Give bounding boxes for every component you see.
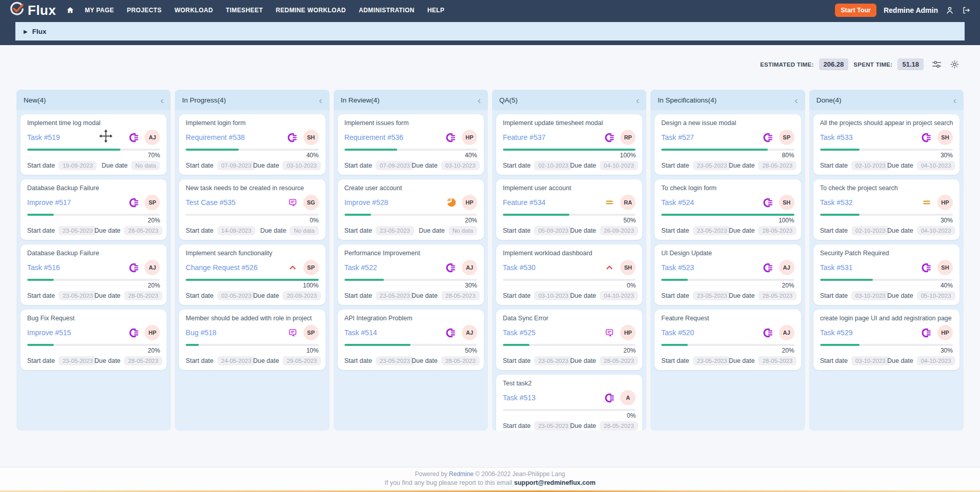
nav-item-my-page[interactable]: MY PAGE — [85, 7, 114, 14]
start-date-value: 02-10-2023 — [534, 161, 573, 170]
collapse-column-icon[interactable]: ‹ — [319, 95, 322, 105]
task-card[interactable]: To check the project searchTask #532HP30… — [813, 179, 959, 240]
start-date-group: Start date23-05-2023 — [661, 226, 728, 235]
collapse-column-icon[interactable]: ‹ — [953, 95, 956, 105]
collapse-column-icon[interactable]: ‹ — [160, 95, 164, 105]
tracker-link[interactable]: Task #533 — [820, 133, 853, 141]
due-date-group: Due date28-05-2023 — [94, 291, 160, 300]
task-card[interactable]: Create user accountImprove #528HP20%Star… — [338, 179, 484, 240]
due-date-value: 04-10-2023 — [600, 291, 638, 300]
due-date-label: Due date — [412, 162, 438, 169]
tracker-link[interactable]: Requirement #538 — [186, 133, 244, 141]
progress-fill — [661, 279, 688, 281]
column-body: Implement update timesheet modalFeature … — [492, 110, 646, 430]
nav-item-administration[interactable]: ADMINISTRATION — [359, 7, 415, 14]
tracker-link[interactable]: Improve #528 — [344, 198, 389, 207]
start-tour-button[interactable]: Start Tour — [835, 4, 876, 17]
task-card[interactable]: create login page UI and add registratio… — [813, 310, 959, 370]
task-card[interactable]: Security Patch RequiredTask #531SH40%Sta… — [813, 244, 959, 305]
tracker-link[interactable]: Task #527 — [661, 133, 694, 141]
tracker-link[interactable]: Change Request #526 — [186, 263, 257, 272]
start-date-value: 23-05-2023 — [58, 356, 97, 365]
progress-bar — [661, 279, 794, 281]
expand-arrow-icon[interactable]: ▶ — [24, 29, 28, 34]
due-date-value: 04-10-2023 — [917, 161, 955, 170]
settings-gear-icon[interactable] — [950, 59, 959, 69]
support-email-link[interactable]: support@redmineflux.com — [514, 479, 596, 486]
nav-item-timesheet[interactable]: TIMESHEET — [226, 7, 263, 14]
task-card[interactable]: Bug Fix RequestImprove #515HP20%Start da… — [21, 310, 167, 370]
tracker-link[interactable]: Task #524 — [661, 198, 694, 207]
task-card[interactable]: To check login formTask #524SH100%Start … — [655, 179, 801, 240]
tracker-link[interactable]: Task #522 — [344, 263, 377, 272]
dates-row: Start date23-05-2023Due date28-05-2023 — [661, 161, 794, 170]
avatar: HP — [937, 325, 953, 340]
task-card[interactable]: Performance ImprovementTask #522AJ30%Sta… — [338, 244, 484, 305]
tracker-link[interactable]: Task #519 — [27, 133, 60, 141]
tracker-link[interactable]: Task #532 — [820, 198, 853, 207]
start-date-value: 23-05-2023 — [534, 421, 573, 430]
task-card[interactable]: Implement workload dashboardTask #530SH0… — [496, 244, 642, 305]
card-title: Implement login form — [186, 119, 318, 127]
user-profile-icon[interactable] — [945, 6, 954, 15]
task-card[interactable]: Implement search functionalityChange Req… — [179, 244, 325, 305]
start-date-group: Start date23-05-2023 — [661, 161, 728, 170]
task-card[interactable]: Implement login formRequirement #538SH40… — [179, 114, 325, 175]
logout-icon[interactable] — [962, 6, 971, 15]
tracker-link[interactable]: Task #525 — [503, 329, 536, 337]
tracker-link[interactable]: Task #529 — [820, 329, 853, 337]
tracker-link[interactable]: Bug #518 — [186, 329, 216, 337]
task-card[interactable]: All the projects should appear in projec… — [813, 114, 959, 175]
tracker-link[interactable]: Improve #517 — [27, 198, 71, 207]
tracker-link[interactable]: Task #523 — [661, 263, 694, 272]
spent-time-value: 51.18 — [897, 58, 924, 70]
progress-percent: 40% — [344, 152, 477, 159]
filter-sliders-icon[interactable] — [931, 59, 942, 70]
tracker-link[interactable]: Requirement #536 — [344, 133, 403, 141]
tracker-link[interactable]: Task #531 — [820, 263, 853, 272]
nav-item-help[interactable]: HELP — [427, 7, 445, 14]
tracker-link[interactable]: Test Case #535 — [186, 198, 235, 207]
task-card[interactable]: Implement time log modalTask #519AJ70%St… — [21, 114, 167, 175]
tracker-link[interactable]: Task #530 — [503, 263, 536, 272]
checklist-icon — [763, 132, 774, 143]
tracker-link[interactable]: Feature #534 — [503, 198, 545, 207]
nav-item-workload[interactable]: WORKLOAD — [174, 7, 213, 14]
task-card[interactable]: New task needs to be created in resource… — [179, 179, 325, 240]
checklist-icon — [128, 132, 139, 143]
tracker-link[interactable]: Task #520 — [661, 329, 694, 337]
task-card[interactable]: Implement issues formRequirement #536HP4… — [338, 114, 484, 175]
nav-item-projects[interactable]: PROJECTS — [127, 7, 162, 14]
due-date-value: 28-05-2023 — [441, 291, 480, 300]
task-card[interactable]: Implement user accountFeature #534RA50%S… — [496, 179, 642, 240]
collapse-column-icon[interactable]: ‹ — [636, 95, 639, 105]
card-badges: HP — [921, 325, 953, 340]
task-card[interactable]: API Integration ProblemTask #514AJ50%Sta… — [338, 310, 484, 370]
tracker-link[interactable]: Task #514 — [344, 329, 377, 337]
tracker-link[interactable]: Feature #537 — [503, 133, 545, 141]
redmine-link[interactable]: Redmine — [449, 470, 474, 478]
avatar: SP — [303, 260, 319, 275]
task-card[interactable]: Database Backup FailureTask #516AJ20%Sta… — [21, 244, 167, 305]
task-card[interactable]: Test task2Task #513A0%Start date23-05-20… — [496, 375, 642, 430]
task-card[interactable]: UI Design UpdateTask #523AJ20%Start date… — [655, 244, 801, 305]
collapse-column-icon[interactable]: ‹ — [794, 95, 798, 105]
kanban-column: In Review(4)‹Implement issues formRequir… — [334, 90, 488, 430]
card-mid-row: Task #531SH — [820, 260, 953, 275]
task-card[interactable]: Member should be added with role in proj… — [179, 310, 325, 370]
task-card[interactable]: Design a new issue modalTask #527SP80%St… — [655, 114, 801, 175]
tracker-link[interactable]: Task #516 — [27, 263, 60, 272]
tracker-link[interactable]: Task #513 — [503, 394, 536, 402]
breadcrumb-project-name[interactable]: Flux — [32, 28, 47, 35]
home-icon[interactable] — [66, 6, 74, 14]
collapse-column-icon[interactable]: ‹ — [478, 95, 481, 105]
task-card[interactable]: Implement update timesheet modalFeature … — [496, 114, 642, 175]
task-card[interactable]: Data Sync ErrorTask #525HP20%Start date2… — [496, 310, 642, 370]
tracker-link[interactable]: Improve #515 — [27, 329, 71, 337]
start-date-group: Start date23-05-2023 — [503, 356, 570, 365]
nav-item-redmine-workload[interactable]: REDMINE WORKLOAD — [276, 7, 346, 14]
dates-row: Start date02-05-2023Due date20-09-2023 — [186, 291, 318, 300]
progress-fill — [186, 279, 318, 281]
task-card[interactable]: Database Backup FailureImprove #517SP20%… — [21, 179, 167, 240]
task-card[interactable]: Feature RequestTask #520AJ20%Start date2… — [655, 310, 801, 370]
